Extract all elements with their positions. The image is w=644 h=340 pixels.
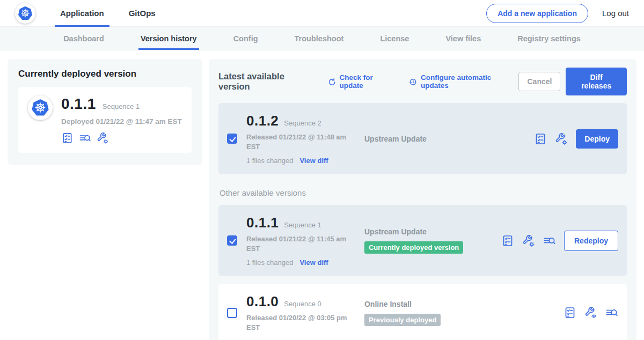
subnav-tab-version-history[interactable]: Version history xyxy=(140,27,198,50)
version-source-label: Upstream Update xyxy=(364,227,501,236)
subnav-tab-registry-settings[interactable]: Registry settings xyxy=(516,27,582,50)
add-application-button[interactable]: Add a new application xyxy=(486,4,588,23)
check-for-update-link[interactable]: Check for update xyxy=(327,73,397,90)
sequence-label: Sequence 2 xyxy=(284,119,321,127)
configure-automatic-updates-link[interactable]: Configure automatic updates xyxy=(408,73,519,90)
version-checkbox[interactable] xyxy=(227,235,237,246)
config-wrench-gear-icon[interactable] xyxy=(522,234,535,247)
sequence-label: Sequence 1 xyxy=(284,221,321,229)
main-content: Currently deployed version 0 xyxy=(0,50,644,340)
subnav-tab-troubleshoot[interactable]: Troubleshoot xyxy=(294,27,345,50)
version-checkbox[interactable] xyxy=(227,134,237,144)
other-versions-title: Other available versions xyxy=(219,188,627,197)
app-logo xyxy=(15,3,35,24)
view-diff-link[interactable]: View diff xyxy=(299,258,328,267)
preflight-checklist-icon[interactable] xyxy=(501,234,514,247)
deployed-app-logo xyxy=(28,95,53,120)
version-card-0-1-2: 0.1.2 Sequence 2 Released 01/21/22 @ 11:… xyxy=(218,103,627,174)
files-changed-label: 1 files changed xyxy=(246,157,293,165)
subnav-tab-license[interactable]: License xyxy=(379,27,410,50)
deployed-version-card: 0.1.1 Sequence 1 Deployed 01/21/22 @ 11:… xyxy=(18,87,192,153)
deployed-timestamp: Deployed 01/21/22 @ 11:47 am EST xyxy=(61,117,182,125)
version-source-label: Online Install xyxy=(364,300,501,308)
subnav-tab-config[interactable]: Config xyxy=(232,27,259,50)
currently-deployed-panel: Currently deployed version 0 xyxy=(8,59,202,165)
version-number: 0.1.1 xyxy=(246,215,279,231)
kubernetes-logo-icon xyxy=(31,98,50,117)
refresh-icon xyxy=(327,77,336,86)
currently-deployed-badge: Currently deployed version xyxy=(364,241,463,254)
released-timestamp: Released 01/21/22 @ 11:48 am EST xyxy=(246,132,349,151)
app-sub-navigation: Dashboard Version history Config Trouble… xyxy=(0,27,644,50)
released-timestamp: Released 01/20/22 @ 03:05 pm EST xyxy=(246,313,349,332)
cancel-button[interactable]: Cancel xyxy=(518,72,560,91)
preflight-checklist-icon[interactable] xyxy=(61,132,74,144)
files-changed-label: 1 files changed xyxy=(246,258,293,267)
configure-automatic-updates-label: Configure automatic updates xyxy=(421,73,519,90)
preflight-checklist-icon[interactable] xyxy=(564,306,576,319)
sequence-label: Sequence 0 xyxy=(284,300,321,308)
top-navigation: Application GitOps Add a new application… xyxy=(0,0,644,27)
deployed-panel-title: Currently deployed version xyxy=(18,69,192,79)
config-wrench-gear-icon[interactable] xyxy=(97,132,109,144)
version-source-label: Upstream Update xyxy=(364,135,501,143)
logout-button[interactable]: Log out xyxy=(602,9,629,18)
subnav-tab-dashboard[interactable]: Dashboard xyxy=(62,27,105,50)
config-wrench-gear-icon[interactable] xyxy=(555,132,568,145)
redeploy-button[interactable]: Redeploy xyxy=(564,231,618,251)
preflight-checklist-icon[interactable] xyxy=(534,132,547,145)
auto-update-clock-icon xyxy=(408,77,418,86)
version-card-0-1-0: 0.1.0 Sequence 0 Released 01/20/22 @ 03:… xyxy=(218,284,627,340)
subnav-tab-view-files[interactable]: View files xyxy=(444,27,482,50)
topnav-tab-application[interactable]: Application xyxy=(55,0,109,27)
diff-releases-button[interactable]: Diff releases xyxy=(566,68,627,95)
deploy-button[interactable]: Deploy xyxy=(576,129,618,149)
released-timestamp: Released 01/21/22 @ 11:45 am EST xyxy=(246,234,349,253)
available-panel-header: Latest available version Check for updat… xyxy=(218,68,627,95)
view-diff-lines-icon[interactable] xyxy=(79,132,91,144)
available-panel-title: Latest available version xyxy=(218,71,316,92)
check-for-update-label: Check for update xyxy=(339,73,397,90)
available-versions-panel: Latest available version Check for updat… xyxy=(209,59,636,340)
view-diff-lines-icon[interactable] xyxy=(543,234,556,247)
deployed-version-number: 0.1.1 xyxy=(61,95,96,113)
version-checkbox[interactable] xyxy=(227,308,237,318)
view-diff-lines-icon[interactable] xyxy=(605,306,618,319)
previously-deployed-badge: Previously deployed xyxy=(364,314,441,326)
version-number: 0.1.0 xyxy=(246,293,279,310)
view-diff-link[interactable]: View diff xyxy=(299,157,328,165)
deployed-sequence-label: Sequence 1 xyxy=(103,102,140,110)
topnav-tab-gitops[interactable]: GitOps xyxy=(123,0,161,27)
version-card-0-1-1: 0.1.1 Sequence 1 Released 01/21/22 @ 11:… xyxy=(218,205,627,276)
kubernetes-logo-icon xyxy=(17,5,33,21)
view-config-wrench-eye-icon[interactable] xyxy=(584,306,597,319)
version-number: 0.1.2 xyxy=(246,113,279,129)
